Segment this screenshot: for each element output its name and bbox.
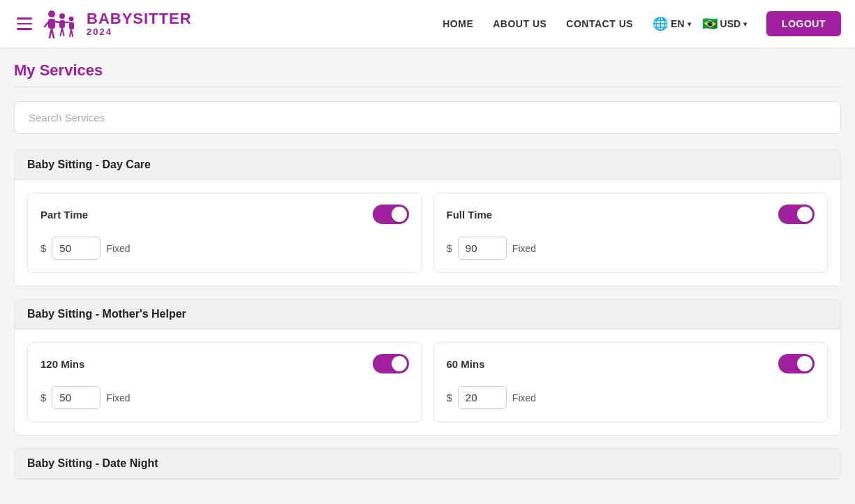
svg-line-12 — [71, 29, 73, 36]
service-section-header-date-night: Baby Sitting - Date Night — [15, 449, 840, 479]
hamburger-icon[interactable] — [14, 15, 35, 33]
lang-currency: 🌐 EN ▾ 🇧🇷 USD ▾ — [653, 16, 747, 31]
service-section-day-care: Baby Sitting - Day Care Part Time $ Fixe… — [14, 149, 841, 286]
toggle-part-time[interactable] — [373, 205, 409, 224]
price-type-120mins: Fixed — [106, 392, 130, 403]
toggle-full-time[interactable] — [778, 205, 815, 224]
svg-line-13 — [55, 22, 59, 22]
logo-icon — [43, 7, 81, 40]
header-nav: HOME ABOUT US CONTACT US 🌐 EN ▾ 🇧🇷 USD ▾… — [443, 11, 841, 36]
price-type-60mins: Fixed — [512, 392, 536, 403]
lang-chevron-icon: ▾ — [687, 20, 691, 28]
service-options-mothers-helper: 120 Mins $ Fixed 60 Mins — [15, 329, 840, 435]
currency-button[interactable]: 🇧🇷 USD ▾ — [702, 16, 748, 31]
header-left: BABYSITTER 2024 — [14, 7, 192, 40]
price-input-full-time[interactable] — [458, 237, 507, 260]
option-card-120mins: 120 Mins $ Fixed — [27, 342, 422, 422]
service-options-day-care: Part Time $ Fixed Full Time — [15, 180, 840, 286]
logo-title: BABYSITTER — [87, 10, 192, 27]
svg-line-3 — [52, 29, 54, 38]
page-title: My Services — [14, 61, 841, 80]
svg-line-4 — [45, 22, 48, 27]
service-section-mothers-helper: Baby Sitting - Mother's Helper 120 Mins … — [14, 299, 841, 436]
option-header-full-time: Full Time — [447, 205, 815, 224]
dollar-sign-part-time: $ — [40, 242, 46, 254]
about-link[interactable]: ABOUT US — [493, 18, 547, 29]
contact-link[interactable]: CONTACT US — [566, 18, 633, 29]
price-row-full-time: $ Fixed — [447, 237, 815, 260]
svg-point-5 — [59, 13, 65, 19]
price-row-60mins: $ Fixed — [447, 386, 815, 409]
option-header-part-time: Part Time — [40, 205, 409, 224]
logout-button[interactable]: LOGOUT — [766, 11, 841, 36]
dollar-sign-60mins: $ — [447, 392, 452, 403]
toggle-120mins[interactable] — [373, 354, 409, 373]
price-input-part-time[interactable] — [52, 237, 101, 260]
header: BABYSITTER 2024 HOME ABOUT US CONTACT US… — [0, 0, 855, 47]
svg-rect-6 — [59, 20, 65, 28]
logo-text: BABYSITTER 2024 — [87, 10, 192, 37]
search-input[interactable] — [14, 101, 841, 134]
price-row-120mins: $ Fixed — [40, 386, 409, 409]
dollar-sign-120mins: $ — [40, 392, 46, 403]
svg-point-0 — [48, 10, 55, 17]
currency-label: USD — [720, 18, 741, 29]
option-label-part-time: Part Time — [40, 209, 88, 221]
service-section-header-mothers-helper: Baby Sitting - Mother's Helper — [15, 299, 840, 329]
currency-chevron-icon: ▾ — [743, 20, 747, 28]
lang-label: EN — [671, 18, 684, 29]
service-section-header-day-care: Baby Sitting - Day Care — [15, 150, 840, 180]
option-card-full-time: Full Time $ Fixed — [433, 193, 828, 273]
home-link[interactable]: HOME — [443, 18, 473, 29]
option-card-60mins: 60 Mins $ Fixed — [433, 342, 828, 422]
svg-rect-1 — [48, 19, 55, 29]
language-button[interactable]: 🌐 EN ▾ — [653, 16, 690, 31]
dollar-sign-full-time: $ — [447, 242, 452, 254]
toggle-60mins[interactable] — [778, 354, 815, 373]
svg-line-8 — [62, 28, 64, 36]
price-type-full-time: Fixed — [512, 243, 536, 254]
option-header-60mins: 60 Mins — [447, 354, 815, 373]
service-section-date-night: Baby Sitting - Date Night — [14, 448, 841, 480]
option-label-120mins: 120 Mins — [40, 358, 84, 370]
title-divider — [14, 87, 841, 87]
price-input-60mins[interactable] — [458, 386, 507, 409]
option-header-120mins: 120 Mins — [40, 354, 409, 373]
option-card-part-time: Part Time $ Fixed — [27, 193, 422, 273]
price-type-part-time: Fixed — [106, 243, 130, 254]
svg-point-9 — [69, 17, 74, 22]
option-label-60mins: 60 Mins — [447, 358, 485, 370]
page-content: My Services Baby Sitting - Day Care Part… — [0, 47, 855, 504]
price-input-120mins[interactable] — [52, 386, 101, 409]
svg-rect-10 — [69, 22, 74, 29]
logo-area: BABYSITTER 2024 — [43, 7, 192, 40]
logo-year: 2024 — [87, 27, 192, 37]
price-row-part-time: $ Fixed — [40, 237, 409, 260]
option-label-full-time: Full Time — [447, 209, 493, 221]
